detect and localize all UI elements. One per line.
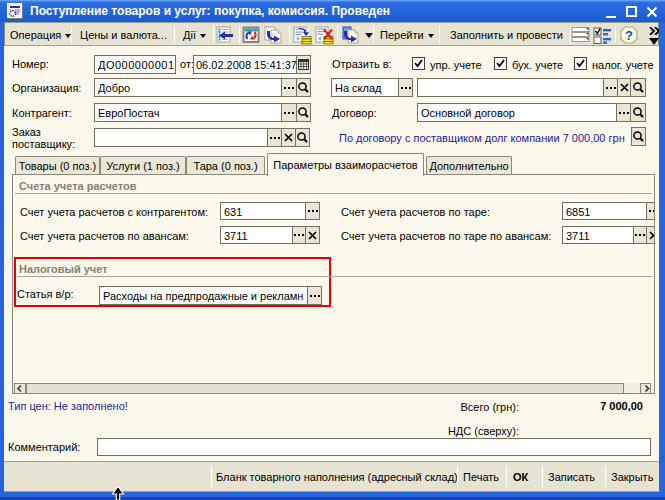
svg-text:?: ?: [625, 28, 633, 43]
